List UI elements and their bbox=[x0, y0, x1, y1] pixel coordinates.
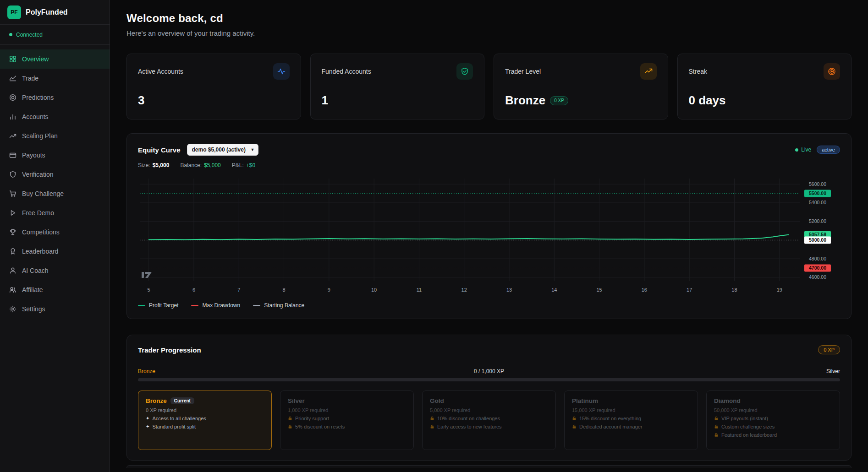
tier-name: Diamond bbox=[714, 397, 741, 404]
users-icon bbox=[9, 286, 16, 293]
equity-chart[interactable]: 56789101112131415161718195600.005500.005… bbox=[138, 175, 840, 298]
lock-icon bbox=[572, 416, 577, 421]
svg-text:17: 17 bbox=[687, 287, 692, 293]
sidebar-item-buy-challenge[interactable]: Buy Challenge bbox=[0, 184, 110, 203]
tier-perk: Priority support bbox=[288, 416, 406, 421]
cart-icon bbox=[9, 190, 16, 197]
sidebar-item-ai-coach[interactable]: AI Coach bbox=[0, 261, 110, 280]
grid-icon bbox=[9, 55, 16, 63]
balance-label: Balance: bbox=[180, 162, 202, 168]
sidebar-item-label: Free Demo bbox=[22, 209, 54, 217]
tier-requirement: 5,000 XP required bbox=[430, 407, 548, 413]
sidebar-item-free-demo[interactable]: Free Demo bbox=[0, 203, 110, 222]
sidebar-header: PF PolyFunded bbox=[0, 0, 110, 25]
svg-text:5600.00: 5600.00 bbox=[809, 181, 826, 187]
svg-text:7: 7 bbox=[237, 287, 240, 293]
stat-value: 1 bbox=[322, 93, 473, 108]
pnl-value: +$0 bbox=[246, 162, 255, 168]
sidebar: PF PolyFunded Connected Overview Trade P… bbox=[0, 0, 110, 472]
sidebar-item-label: Buy Challenge bbox=[22, 190, 64, 197]
user-icon bbox=[9, 267, 16, 274]
target-icon bbox=[824, 63, 840, 80]
stats-row: Active Accounts 3 Funded Accounts 1 Trad… bbox=[126, 54, 852, 119]
tier-perk: Featured on leaderboard bbox=[714, 432, 832, 438]
svg-text:12: 12 bbox=[461, 287, 467, 293]
play-icon bbox=[9, 209, 16, 217]
trader-progression-card: Trader Progression 0 XP Bronze 0 / 1,000… bbox=[126, 335, 852, 461]
sparkle-icon: ✦ bbox=[146, 424, 149, 429]
tier-perk: Early access to new features bbox=[430, 424, 548, 429]
svg-text:5500.00: 5500.00 bbox=[809, 190, 826, 196]
stat-card-trader-level: Trader Level Bronze 0 XP bbox=[494, 54, 668, 119]
sidebar-item-label: AI Coach bbox=[22, 267, 49, 274]
connection-label: Connected bbox=[16, 32, 43, 38]
sidebar-item-payouts[interactable]: Payouts bbox=[0, 146, 110, 165]
svg-text:10: 10 bbox=[371, 287, 377, 293]
pnl-label: P&L: bbox=[232, 162, 244, 168]
stat-value: 0 days bbox=[689, 93, 841, 108]
legend-swatch bbox=[191, 305, 198, 306]
tier-perk: 10% discount on challenges bbox=[430, 416, 548, 421]
chart-legend: Profit Target Max Drawdown Starting Bala… bbox=[138, 302, 840, 309]
xp-progress-labels: Bronze 0 / 1,000 XP Silver bbox=[138, 368, 840, 374]
sparkle-icon: ✦ bbox=[146, 416, 149, 421]
trader-level-value: Bronze bbox=[505, 93, 545, 108]
live-indicator: Live bbox=[795, 146, 811, 153]
lock-icon bbox=[288, 416, 292, 421]
sidebar-item-verification[interactable]: Verification bbox=[0, 165, 110, 184]
svg-text:5000.00: 5000.00 bbox=[809, 237, 826, 243]
medal-icon bbox=[9, 248, 16, 255]
account-select-wrap: demo $5,000 (active) ▼ bbox=[187, 144, 258, 156]
sidebar-item-label: Payouts bbox=[22, 152, 45, 159]
legend-swatch bbox=[138, 305, 145, 306]
sidebar-item-leaderboard[interactable]: Leaderboard bbox=[0, 242, 110, 261]
sidebar-item-trade[interactable]: Trade bbox=[0, 69, 110, 88]
gear-icon bbox=[9, 305, 16, 313]
stat-card-active-accounts: Active Accounts 3 bbox=[126, 54, 301, 119]
app-logo: PF bbox=[7, 5, 21, 19]
stat-label: Streak bbox=[689, 68, 707, 75]
size-value: $5,000 bbox=[153, 162, 170, 168]
sidebar-item-overview[interactable]: Overview bbox=[0, 49, 110, 69]
tradingview-logo[interactable] bbox=[142, 270, 154, 278]
sidebar-item-affiliate[interactable]: Affiliate bbox=[0, 280, 110, 299]
trending-up-icon bbox=[9, 132, 16, 140]
logo-text: PF bbox=[11, 9, 17, 16]
tier-requirement: 50,000 XP required bbox=[714, 407, 832, 413]
bar-chart-icon bbox=[9, 113, 16, 120]
svg-text:13: 13 bbox=[506, 287, 512, 293]
page-title: Welcome back, cd bbox=[126, 12, 852, 25]
account-summary: Size:$5,000 Balance:$5,000 P&L:+$0 bbox=[138, 162, 840, 168]
svg-text:5400.00: 5400.00 bbox=[809, 200, 826, 205]
connection-status: Connected bbox=[0, 25, 110, 45]
lock-icon bbox=[714, 424, 719, 429]
shield-icon bbox=[9, 171, 16, 178]
next-tier-label: Silver bbox=[826, 368, 840, 374]
sidebar-item-label: Verification bbox=[22, 171, 53, 178]
tier-perk: 5% discount on resets bbox=[288, 424, 406, 429]
card-icon bbox=[9, 152, 16, 159]
sidebar-nav: Overview Trade Predictions Accounts Scal… bbox=[0, 45, 110, 319]
tier-perk: ✦Access to all challenges bbox=[146, 416, 264, 421]
svg-text:11: 11 bbox=[417, 287, 422, 293]
sidebar-item-scaling-plan[interactable]: Scaling Plan bbox=[0, 126, 110, 146]
sidebar-item-accounts[interactable]: Accounts bbox=[0, 107, 110, 126]
app-name: PolyFunded bbox=[26, 8, 68, 16]
target-icon bbox=[9, 94, 16, 101]
account-select[interactable]: demo $5,000 (active) bbox=[187, 144, 258, 156]
sidebar-item-settings[interactable]: Settings bbox=[0, 299, 110, 319]
tier-card-platinum: Platinum 15,000 XP required 15% discount… bbox=[564, 391, 698, 450]
svg-text:19: 19 bbox=[777, 287, 782, 293]
svg-text:4600.00: 4600.00 bbox=[809, 274, 826, 280]
chart-line-icon bbox=[9, 75, 16, 82]
live-label: Live bbox=[801, 146, 811, 153]
lock-icon bbox=[430, 424, 434, 429]
tier-perk: Dedicated account manager bbox=[572, 424, 690, 429]
balance-value: $5,000 bbox=[204, 162, 221, 168]
activity-icon bbox=[273, 63, 290, 80]
sidebar-item-predictions[interactable]: Predictions bbox=[0, 88, 110, 107]
svg-text:5200.00: 5200.00 bbox=[809, 218, 826, 224]
tier-requirement: 1,000 XP required bbox=[288, 407, 406, 413]
sidebar-item-competitions[interactable]: Competitions bbox=[0, 222, 110, 242]
sidebar-item-label: Scaling Plan bbox=[22, 132, 58, 140]
